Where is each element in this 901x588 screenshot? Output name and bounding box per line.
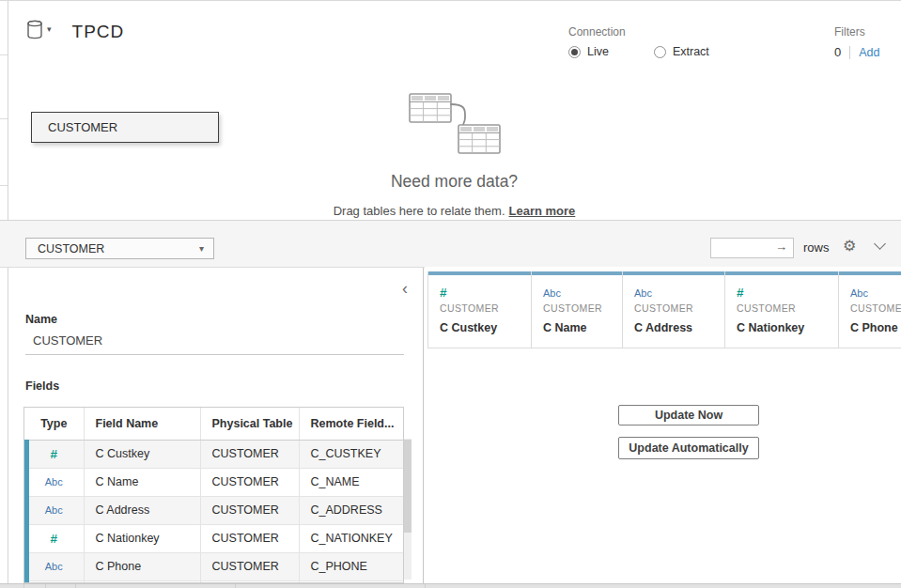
field-row-c-nationkey[interactable]: # C Nationkey CUSTOMER C_NATIONKEY: [24, 524, 404, 552]
dropdown-caret-icon: ▾: [199, 243, 204, 254]
canvas-table-label: CUSTOMER: [48, 120, 117, 134]
string-type-icon: Abc: [45, 561, 63, 572]
gutter-tick: [0, 118, 8, 119]
row-limit-field: →: [710, 238, 794, 258]
column-field-label: C Phone: [850, 321, 901, 334]
grid-column-c-phone[interactable]: Abc CUSTOMER C Phone: [838, 271, 901, 348]
col-header-physical-table[interactable]: Physical Table: [200, 408, 299, 440]
fields-scrollbar-thumb[interactable]: [404, 440, 412, 533]
number-type-icon: #: [737, 286, 744, 300]
fields-table: Type Field Name Physical Table Remote Fi…: [23, 407, 404, 583]
learn-more-link[interactable]: Learn more: [509, 204, 576, 218]
column-field-label: C Name: [543, 321, 622, 334]
database-menu-caret-icon[interactable]: ▾: [47, 24, 52, 34]
grid-column-c-address[interactable]: Abc CUSTOMER C Address: [622, 271, 724, 348]
column-accent-bar: [623, 271, 724, 275]
table-select-dropdown[interactable]: CUSTOMER ▾: [25, 238, 214, 259]
field-name-cell: C Custkey: [84, 440, 200, 468]
column-accent-bar: [428, 271, 531, 275]
filters-separator: [849, 46, 850, 59]
grid-column-c-name[interactable]: Abc CUSTOMER C Name: [531, 271, 622, 348]
column-accent-bar: [532, 271, 622, 275]
column-accent-bar: [725, 271, 838, 275]
name-input-underline: [25, 354, 404, 355]
scrollbar-segment-divider: [75, 584, 76, 588]
extract-radio-label[interactable]: Extract: [673, 45, 709, 58]
string-type-icon: Abc: [45, 476, 63, 487]
filters-count: 0: [834, 45, 841, 59]
collapse-panel-icon[interactable]: ‹: [402, 281, 408, 296]
grid-header-divider: [427, 348, 901, 348]
table-select-value: CUSTOMER: [38, 242, 104, 255]
remote-field-cell: C_NAME: [299, 468, 404, 496]
fields-scrollbar-track[interactable]: [404, 439, 412, 580]
field-name-cell: C Address: [84, 496, 200, 524]
datasource-brand: ▾ TPCD: [26, 20, 124, 43]
connection-label: Connection: [568, 25, 709, 39]
row-limit-input[interactable]: [711, 239, 775, 257]
grid-column-c-custkey[interactable]: # CUSTOMER C Custkey: [427, 271, 531, 348]
string-type-icon: Abc: [543, 287, 561, 299]
physical-table-cell: CUSTOMER: [200, 468, 299, 496]
physical-table-cell: CUSTOMER: [200, 496, 299, 524]
col-header-field-name[interactable]: Field Name: [84, 408, 200, 440]
horizontal-scrollbar[interactable]: [0, 583, 901, 588]
fields-selection-accent-bar: [24, 440, 29, 582]
column-table-label: CUSTOMER: [850, 302, 901, 314]
live-radio-label[interactable]: Live: [587, 45, 609, 58]
update-automatically-button[interactable]: Update Automatically: [618, 437, 759, 459]
physical-table-cell: CUSTOMER: [200, 524, 299, 552]
field-row-c-name[interactable]: Abc C Name CUSTOMER C_NAME: [24, 468, 404, 496]
tableau-datasource-page: ▾ TPCD Connection Live Extract Filters 0…: [0, 0, 901, 588]
string-type-icon: Abc: [850, 287, 868, 299]
update-now-button[interactable]: Update Now: [618, 405, 759, 426]
apply-rows-arrow-icon[interactable]: →: [775, 240, 787, 254]
data-preview-grid: # CUSTOMER C Custkey Abc CUSTOMER C Name…: [425, 267, 901, 583]
column-table-label: CUSTOMER: [543, 302, 622, 314]
rows-label: rows: [803, 240, 829, 255]
scrollbar-segment-divider: [425, 584, 426, 588]
column-table-label: CUSTOMER: [737, 302, 838, 314]
field-row-c-custkey[interactable]: # C Custkey CUSTOMER C_CUSTKEY: [24, 440, 404, 468]
extract-radio[interactable]: [654, 46, 666, 58]
filters-section: Filters 0 Add: [834, 25, 879, 59]
fields-header-row: Type Field Name Physical Table Remote Fi…: [24, 408, 404, 440]
scrollbar-segment-divider: [235, 584, 236, 588]
string-type-icon: Abc: [634, 287, 652, 299]
datasource-title[interactable]: TPCD: [72, 22, 125, 42]
chevron-down-icon[interactable]: [874, 238, 886, 250]
filters-label: Filters: [834, 25, 879, 39]
gutter-tick: [0, 185, 8, 186]
scrollbar-segment-divider: [45, 584, 46, 588]
live-radio[interactable]: [568, 46, 581, 58]
field-name-cell: C Nationkey: [84, 524, 200, 552]
remote-field-cell: C_NATIONKEY: [299, 524, 404, 552]
remote-field-cell: C_CUSTKEY: [299, 440, 404, 468]
column-field-label: C Custkey: [440, 321, 531, 334]
left-gutter-border: [8, 1, 8, 583]
gear-icon[interactable]: ⚙: [843, 237, 856, 255]
number-type-icon: #: [440, 286, 447, 300]
field-name-cell: C Phone: [84, 552, 200, 580]
connection-section: Connection Live Extract: [568, 25, 709, 58]
col-header-remote-field[interactable]: Remote Field...: [299, 408, 404, 440]
name-label: Name: [25, 313, 57, 326]
field-row-c-phone[interactable]: Abc C Phone CUSTOMER C_PHONE: [24, 552, 404, 580]
datagrid-toolbar: CUSTOMER ▾ → rows ⚙: [0, 221, 901, 267]
grid-column-c-nationkey[interactable]: # CUSTOMER C Nationkey: [724, 271, 838, 348]
physical-table-cell: CUSTOMER: [200, 552, 299, 580]
table-name-input[interactable]: CUSTOMER: [33, 333, 102, 348]
database-icon[interactable]: [26, 20, 43, 43]
col-header-type[interactable]: Type: [24, 408, 84, 440]
canvas-table-customer[interactable]: CUSTOMER: [31, 112, 219, 143]
add-filter-link[interactable]: Add: [859, 46, 879, 59]
field-name-cell: C Name: [84, 468, 200, 496]
remote-field-cell: C_ADDRESS: [299, 496, 404, 524]
relate-tables-illustration-icon: [396, 91, 514, 161]
number-type-icon: #: [50, 532, 57, 546]
empty-state-title: Need more data?: [8, 172, 901, 192]
column-field-label: C Nationkey: [737, 321, 838, 334]
column-accent-bar: [839, 271, 901, 275]
string-type-icon: Abc: [45, 504, 63, 516]
field-row-c-address[interactable]: Abc C Address CUSTOMER C_ADDRESS: [24, 496, 404, 524]
